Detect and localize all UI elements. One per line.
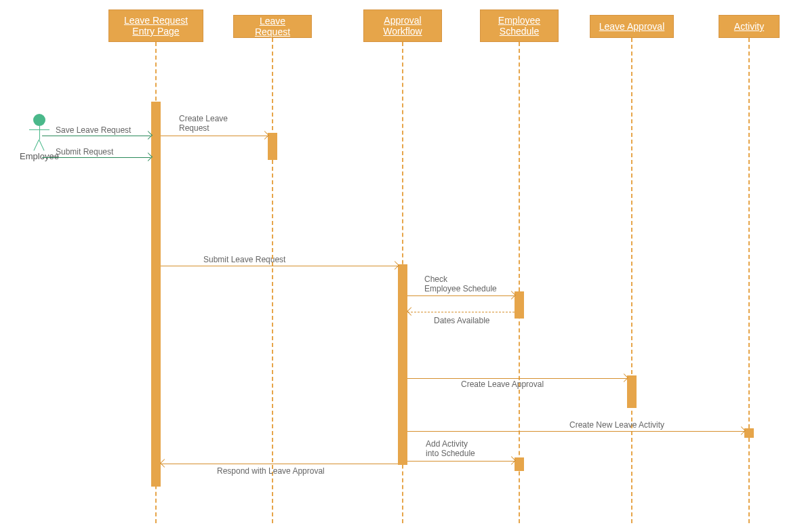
activation-leave-approval [627, 375, 637, 408]
lifeline-header-approval-workflow: Approval Workflow [363, 9, 442, 42]
msg-create-leave-approval: Create Leave Approval [461, 380, 544, 389]
actor-head-icon [33, 114, 45, 126]
arrowhead-icon [407, 307, 416, 316]
arrow-create-leave-approval [407, 378, 627, 379]
msg-dates-available: Dates Available [434, 316, 490, 325]
arrow-respond-with-leave-approval [161, 464, 398, 464]
msg-save-leave-request: Save Leave Request [56, 125, 131, 135]
actor-body-icon [39, 126, 40, 140]
actor-employee: Employee [19, 114, 60, 161]
arrow-check-employee-schedule [407, 295, 515, 296]
actor-arms-icon [29, 129, 49, 130]
msg-submit-leave-request: Submit Leave Request [203, 255, 285, 264]
msg-respond-with-leave-approval: Respond with Leave Approval [217, 466, 325, 476]
activation-employee-schedule-2 [515, 457, 524, 471]
lifeline-label: Activity [734, 21, 764, 32]
lifeline-label: Leave Request [242, 16, 303, 37]
lifeline-label: Approval Workflow [372, 15, 433, 37]
arrowhead-icon [160, 459, 169, 468]
arrow-add-activity-into-schedule [407, 461, 515, 462]
activation-leave-request [268, 133, 277, 160]
lifeline-label: Employee Schedule [489, 15, 550, 37]
arrow-submit-request [42, 157, 150, 158]
lifeline-header-activity: Activity [719, 15, 780, 38]
activation-entry-page [151, 102, 161, 487]
lifeline-leave-approval [631, 38, 632, 523]
lifeline-header-entry-page: Leave Request Entry Page [108, 9, 203, 42]
lifeline-activity [748, 38, 750, 523]
msg-add-activity-into-schedule: Add Activityinto Schedule [426, 439, 475, 458]
arrow-save-leave-request [42, 136, 150, 136]
arrow-create-leave-request [161, 136, 268, 136]
actor-legs-icon [29, 140, 49, 150]
lifeline-header-leave-approval: Leave Approval [590, 15, 674, 38]
activation-employee-schedule-1 [515, 291, 524, 319]
arrow-create-new-leave-activity [407, 431, 744, 432]
msg-submit-request: Submit Request [56, 147, 113, 157]
lifeline-header-leave-request: Leave Request [233, 15, 312, 38]
msg-create-leave-request-2: Create LeaveRequest [179, 114, 228, 133]
msg-check-employee-schedule: CheckEmployee Schedule [424, 274, 497, 293]
lifeline-label: Leave Request Entry Page [117, 15, 195, 37]
activation-approval-workflow [398, 264, 407, 465]
msg-create-new-leave-activity: Create New Leave Activity [569, 420, 664, 430]
lifeline-leave-request [272, 38, 273, 523]
arrow-submit-leave-request [161, 266, 398, 266]
lifeline-header-employee-schedule: Employee Schedule [480, 9, 559, 42]
lifeline-employee-schedule [519, 42, 520, 523]
lifeline-label: Leave Approval [599, 21, 665, 32]
arrow-dates-available [407, 312, 515, 312]
activation-activity [744, 428, 754, 438]
